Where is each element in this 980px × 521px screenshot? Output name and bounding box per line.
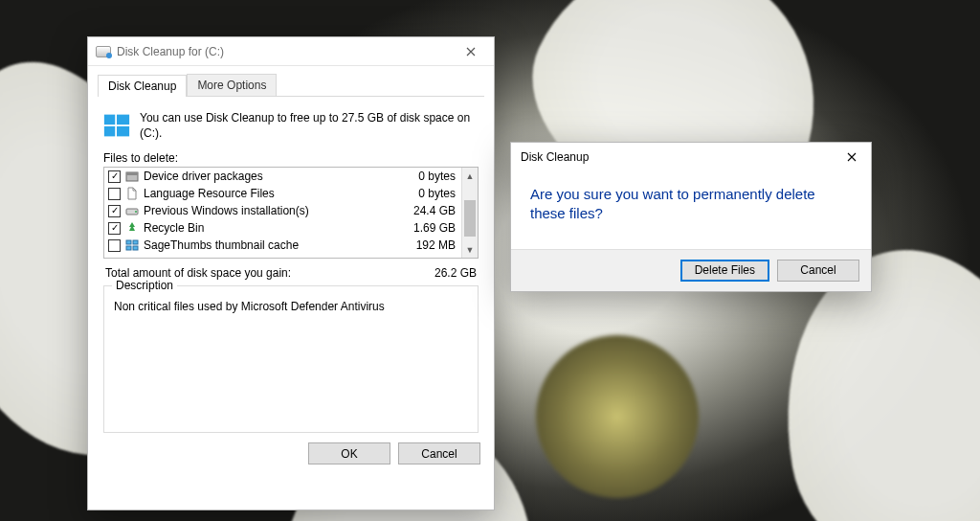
svg-rect-5 — [126, 172, 138, 175]
windows-logo-icon — [103, 110, 130, 142]
svg-rect-10 — [126, 246, 131, 250]
scrollbar[interactable]: ▲ ▼ — [461, 168, 478, 258]
confirm-dialog: Disk Cleanup Are you sure you want to pe… — [510, 142, 872, 292]
list-item-label: Language Resource Files — [144, 187, 413, 200]
checkbox[interactable] — [108, 239, 121, 252]
checkbox[interactable] — [108, 188, 121, 200]
close-button[interactable] — [454, 41, 488, 62]
svg-rect-0 — [104, 115, 115, 125]
drive-small-icon — [125, 204, 139, 217]
list-item-size: 1.69 GB — [413, 221, 456, 235]
scroll-up-icon[interactable]: ▲ — [462, 168, 478, 184]
description-text: Non critical files used by Microsoft Def… — [114, 300, 468, 313]
confirm-cancel-button[interactable]: Cancel — [777, 260, 859, 282]
thumbnail-icon — [125, 238, 139, 252]
list-item[interactable]: Device driver packages 0 bytes — [104, 168, 461, 185]
description-legend: Description — [112, 279, 177, 292]
tab-strip: Disk Cleanup More Options — [88, 66, 494, 96]
tab-disk-cleanup[interactable]: Disk Cleanup — [98, 75, 187, 97]
checkbox[interactable] — [108, 170, 121, 183]
svg-rect-8 — [126, 240, 131, 244]
checkbox[interactable] — [108, 205, 121, 217]
window-title: Disk Cleanup for (C:) — [117, 45, 224, 58]
delete-files-button[interactable]: Delete Files — [680, 260, 769, 282]
svg-point-7 — [135, 211, 137, 213]
description-group: Description Non critical files used by M… — [103, 285, 479, 433]
intro-text: You can use Disk Cleanup to free up to 2… — [140, 110, 479, 142]
tab-more-options[interactable]: More Options — [187, 74, 277, 96]
confirm-titlebar[interactable]: Disk Cleanup — [511, 143, 871, 171]
list-item-size: 24.4 GB — [413, 204, 456, 217]
list-item-size: 0 bytes — [418, 170, 456, 183]
total-value: 26.2 GB — [434, 266, 477, 280]
list-item[interactable]: Recycle Bin 1.69 GB — [104, 219, 461, 237]
confirm-question: Are you sure you want to permanently del… — [530, 185, 852, 224]
drive-icon — [96, 46, 111, 57]
list-item-label: Device driver packages — [144, 170, 413, 183]
package-icon — [125, 170, 139, 183]
svg-rect-2 — [104, 126, 115, 137]
list-item-label: Previous Windows installation(s) — [144, 204, 409, 217]
scroll-thumb[interactable] — [464, 200, 476, 237]
titlebar[interactable]: Disk Cleanup for (C:) — [88, 37, 494, 66]
list-item[interactable]: SageThumbs thumbnail cache 192 MB — [104, 237, 461, 254]
list-item-size: 192 MB — [416, 238, 456, 252]
disk-cleanup-dialog: Disk Cleanup for (C:) Disk Cleanup More … — [87, 36, 495, 510]
scroll-down-icon[interactable]: ▼ — [462, 241, 478, 258]
confirm-title: Disk Cleanup — [521, 150, 589, 164]
recycle-bin-icon — [125, 221, 139, 235]
svg-rect-3 — [117, 126, 129, 137]
file-icon — [125, 187, 139, 200]
list-item-label: SageThumbs thumbnail cache — [144, 238, 412, 252]
list-item-label: Recycle Bin — [144, 221, 409, 235]
svg-rect-1 — [117, 115, 129, 125]
confirm-close-button[interactable] — [835, 147, 869, 168]
files-to-delete-label: Files to delete: — [103, 151, 479, 165]
list-item-size: 0 bytes — [418, 187, 456, 200]
list-item[interactable]: Language Resource Files 0 bytes — [104, 185, 461, 202]
total-label: Total amount of disk space you gain: — [105, 266, 291, 280]
files-listbox[interactable]: Device driver packages 0 bytes Language … — [103, 167, 479, 259]
svg-rect-9 — [133, 240, 138, 244]
ok-button[interactable]: OK — [308, 442, 390, 464]
checkbox[interactable] — [108, 222, 121, 235]
svg-rect-11 — [133, 246, 138, 250]
list-item[interactable]: Previous Windows installation(s) 24.4 GB — [104, 202, 461, 219]
cancel-button[interactable]: Cancel — [398, 442, 480, 464]
